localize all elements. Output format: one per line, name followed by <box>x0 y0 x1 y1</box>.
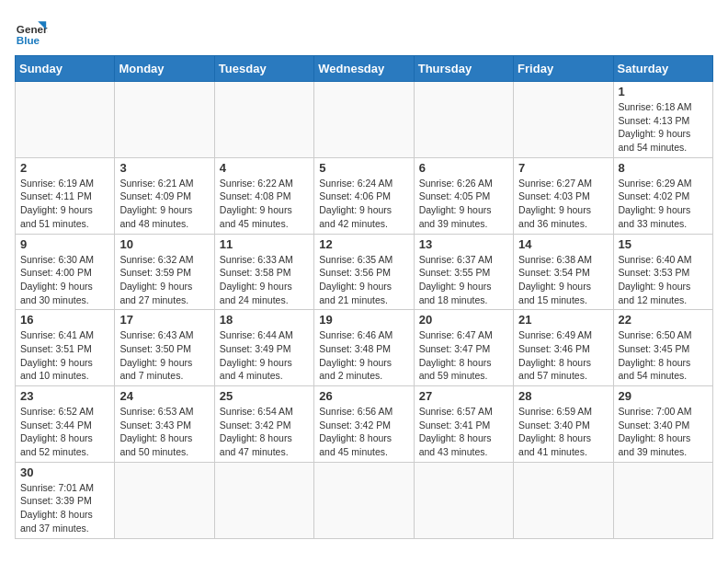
day-info: Sunrise: 6:19 AM Sunset: 4:11 PM Dayligh… <box>20 177 109 231</box>
calendar-cell <box>414 462 513 538</box>
calendar-cell <box>115 462 214 538</box>
calendar-cell: 18Sunrise: 6:44 AM Sunset: 3:49 PM Dayli… <box>214 310 313 386</box>
calendar-cell: 9Sunrise: 6:30 AM Sunset: 4:00 PM Daylig… <box>16 234 115 310</box>
day-info: Sunrise: 6:41 AM Sunset: 3:51 PM Dayligh… <box>20 328 109 383</box>
calendar-cell: 26Sunrise: 6:56 AM Sunset: 3:42 PM Dayli… <box>314 386 414 463</box>
calendar-cell: 11Sunrise: 6:33 AM Sunset: 3:58 PM Dayli… <box>214 234 313 310</box>
calendar-cell <box>514 82 613 158</box>
calendar-cell: 2Sunrise: 6:19 AM Sunset: 4:11 PM Daylig… <box>16 157 115 234</box>
calendar-cell <box>16 82 115 158</box>
calendar-cell: 17Sunrise: 6:43 AM Sunset: 3:50 PM Dayli… <box>115 310 214 386</box>
day-info: Sunrise: 6:50 AM Sunset: 3:45 PM Dayligh… <box>619 328 708 383</box>
calendar-cell: 29Sunrise: 7:00 AM Sunset: 3:40 PM Dayli… <box>613 386 712 463</box>
day-info: Sunrise: 6:21 AM Sunset: 4:09 PM Dayligh… <box>119 177 209 231</box>
day-number: 18 <box>220 313 309 327</box>
calendar-week-row: 1Sunrise: 6:18 AM Sunset: 4:13 PM Daylig… <box>16 82 713 158</box>
calendar-cell: 30Sunrise: 7:01 AM Sunset: 3:39 PM Dayli… <box>16 462 115 538</box>
calendar-cell: 22Sunrise: 6:50 AM Sunset: 3:45 PM Dayli… <box>613 310 712 386</box>
weekday-header-wednesday: Wednesday <box>314 56 414 82</box>
calendar-cell: 14Sunrise: 6:38 AM Sunset: 3:54 PM Dayli… <box>514 234 613 310</box>
day-number: 9 <box>20 237 109 251</box>
day-info: Sunrise: 6:44 AM Sunset: 3:49 PM Dayligh… <box>220 328 309 383</box>
day-info: Sunrise: 6:33 AM Sunset: 3:58 PM Dayligh… <box>220 253 309 307</box>
day-info: Sunrise: 6:40 AM Sunset: 3:53 PM Dayligh… <box>619 253 708 307</box>
day-number: 6 <box>419 161 508 175</box>
weekday-header-thursday: Thursday <box>414 56 513 82</box>
calendar-cell: 5Sunrise: 6:24 AM Sunset: 4:06 PM Daylig… <box>314 157 414 234</box>
day-number: 5 <box>319 161 408 175</box>
calendar-cell: 25Sunrise: 6:54 AM Sunset: 3:42 PM Dayli… <box>214 386 313 463</box>
day-number: 15 <box>619 237 708 251</box>
logo: General Blue <box>15 15 48 48</box>
calendar-cell <box>314 462 414 538</box>
day-number: 11 <box>220 237 309 251</box>
day-number: 8 <box>619 161 708 175</box>
day-info: Sunrise: 6:54 AM Sunset: 3:42 PM Dayligh… <box>220 405 309 459</box>
day-info: Sunrise: 6:35 AM Sunset: 3:56 PM Dayligh… <box>319 253 408 307</box>
day-number: 16 <box>20 313 109 327</box>
day-info: Sunrise: 6:27 AM Sunset: 4:03 PM Dayligh… <box>518 177 608 231</box>
day-info: Sunrise: 6:43 AM Sunset: 3:50 PM Dayligh… <box>119 328 209 383</box>
calendar-cell: 28Sunrise: 6:59 AM Sunset: 3:40 PM Dayli… <box>514 386 613 463</box>
calendar-cell: 4Sunrise: 6:22 AM Sunset: 4:08 PM Daylig… <box>214 157 313 234</box>
page-header: General Blue <box>15 15 713 48</box>
calendar-cell <box>214 462 313 538</box>
day-number: 30 <box>20 465 109 479</box>
calendar-week-row: 16Sunrise: 6:41 AM Sunset: 3:51 PM Dayli… <box>16 310 713 386</box>
day-info: Sunrise: 6:32 AM Sunset: 3:59 PM Dayligh… <box>119 253 209 307</box>
logo-icon: General Blue <box>15 15 48 48</box>
day-info: Sunrise: 6:46 AM Sunset: 3:48 PM Dayligh… <box>319 328 408 383</box>
day-number: 21 <box>518 313 608 327</box>
weekday-header-sunday: Sunday <box>16 56 115 82</box>
calendar-cell: 23Sunrise: 6:52 AM Sunset: 3:44 PM Dayli… <box>16 386 115 463</box>
day-number: 4 <box>220 161 309 175</box>
weekday-header-saturday: Saturday <box>613 56 712 82</box>
calendar-cell: 3Sunrise: 6:21 AM Sunset: 4:09 PM Daylig… <box>115 157 214 234</box>
day-number: 19 <box>319 313 408 327</box>
calendar-cell: 20Sunrise: 6:47 AM Sunset: 3:47 PM Dayli… <box>414 310 513 386</box>
day-number: 7 <box>518 161 608 175</box>
day-number: 12 <box>319 237 408 251</box>
calendar-cell: 24Sunrise: 6:53 AM Sunset: 3:43 PM Dayli… <box>115 386 214 463</box>
day-number: 17 <box>119 313 209 327</box>
calendar-cell <box>514 462 613 538</box>
day-info: Sunrise: 6:22 AM Sunset: 4:08 PM Dayligh… <box>220 177 309 231</box>
day-info: Sunrise: 6:47 AM Sunset: 3:47 PM Dayligh… <box>419 328 508 383</box>
day-number: 2 <box>20 161 109 175</box>
day-info: Sunrise: 6:18 AM Sunset: 4:13 PM Dayligh… <box>619 100 708 155</box>
calendar-cell: 12Sunrise: 6:35 AM Sunset: 3:56 PM Dayli… <box>314 234 414 310</box>
calendar-cell: 13Sunrise: 6:37 AM Sunset: 3:55 PM Dayli… <box>414 234 513 310</box>
calendar-week-row: 2Sunrise: 6:19 AM Sunset: 4:11 PM Daylig… <box>16 157 713 234</box>
calendar-cell <box>613 462 712 538</box>
calendar-cell: 19Sunrise: 6:46 AM Sunset: 3:48 PM Dayli… <box>314 310 414 386</box>
day-number: 22 <box>619 313 708 327</box>
day-info: Sunrise: 6:49 AM Sunset: 3:46 PM Dayligh… <box>518 328 608 383</box>
day-number: 25 <box>220 389 309 403</box>
day-number: 1 <box>619 85 708 98</box>
calendar-week-row: 9Sunrise: 6:30 AM Sunset: 4:00 PM Daylig… <box>16 234 713 310</box>
day-number: 14 <box>518 237 608 251</box>
day-info: Sunrise: 6:59 AM Sunset: 3:40 PM Dayligh… <box>518 405 608 459</box>
weekday-header-monday: Monday <box>115 56 214 82</box>
calendar-cell <box>314 82 414 158</box>
calendar-cell <box>115 82 214 158</box>
day-number: 27 <box>419 389 508 403</box>
weekday-header-tuesday: Tuesday <box>214 56 313 82</box>
calendar-week-row: 30Sunrise: 7:01 AM Sunset: 3:39 PM Dayli… <box>16 462 713 538</box>
day-info: Sunrise: 6:57 AM Sunset: 3:41 PM Dayligh… <box>419 405 508 459</box>
weekday-header-row: SundayMondayTuesdayWednesdayThursdayFrid… <box>16 56 713 82</box>
day-info: Sunrise: 6:53 AM Sunset: 3:43 PM Dayligh… <box>119 405 209 459</box>
day-number: 13 <box>419 237 508 251</box>
day-info: Sunrise: 7:01 AM Sunset: 3:39 PM Dayligh… <box>20 481 109 535</box>
day-number: 10 <box>119 237 209 251</box>
calendar-cell <box>214 82 313 158</box>
day-number: 20 <box>419 313 508 327</box>
day-info: Sunrise: 6:52 AM Sunset: 3:44 PM Dayligh… <box>20 405 109 459</box>
day-info: Sunrise: 6:37 AM Sunset: 3:55 PM Dayligh… <box>419 253 508 307</box>
calendar-cell <box>414 82 513 158</box>
calendar-cell: 8Sunrise: 6:29 AM Sunset: 4:02 PM Daylig… <box>613 157 712 234</box>
day-number: 28 <box>518 389 608 403</box>
calendar-cell: 6Sunrise: 6:26 AM Sunset: 4:05 PM Daylig… <box>414 157 513 234</box>
day-info: Sunrise: 6:26 AM Sunset: 4:05 PM Dayligh… <box>419 177 508 231</box>
day-info: Sunrise: 6:24 AM Sunset: 4:06 PM Dayligh… <box>319 177 408 231</box>
